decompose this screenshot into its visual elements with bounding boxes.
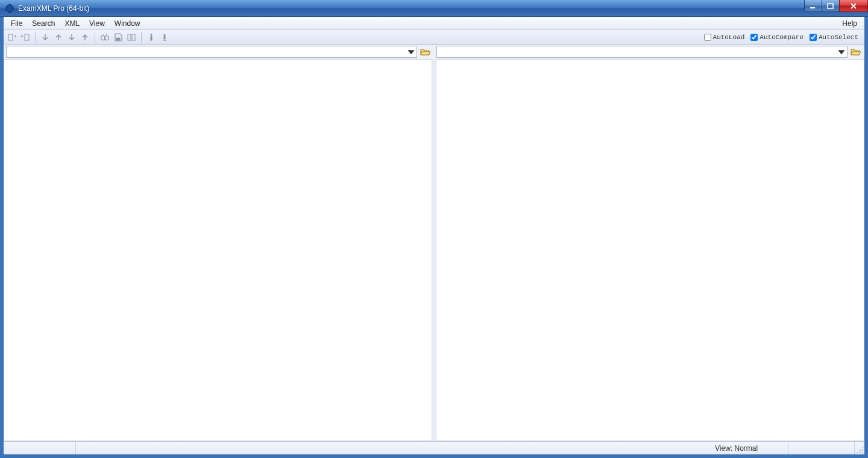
chevron-down-icon[interactable] [407,47,415,57]
autocompare-input[interactable] [750,34,758,41]
svg-rect-2 [828,4,833,8]
prev-diff-icon[interactable] [52,31,64,43]
svg-rect-11 [151,36,152,40]
toolbar: AutoLoad AutoCompare AutoSelect [4,30,864,45]
autoselect-checkbox[interactable]: AutoSelect [810,34,858,41]
left-file-combo[interactable] [6,46,417,58]
maximize-button[interactable] [822,0,840,12]
menu-file[interactable]: File [6,18,27,29]
menu-window[interactable]: Window [110,18,145,29]
left-file-input[interactable] [9,48,407,56]
info-icon[interactable] [145,31,157,43]
title-bar[interactable]: ExamXML Pro (64-bit) [0,0,868,17]
file-bar-row [4,45,864,59]
svg-rect-13 [164,36,165,39]
minimize-button[interactable] [804,0,822,12]
right-file-combo[interactable] [436,46,848,58]
right-pane[interactable] [436,59,864,441]
prev-diff2-icon[interactable] [79,31,91,43]
app-icon [5,4,14,13]
svg-marker-14 [407,50,414,54]
autoload-input[interactable] [704,34,711,41]
save-icon[interactable] [112,31,124,43]
left-open-button[interactable] [420,46,432,58]
toolbar-sep2 [95,32,95,43]
menu-search[interactable]: Search [27,18,60,29]
autoselect-label: AutoSelect [819,34,858,41]
chevron-down-icon[interactable] [837,47,846,57]
next-diff2-icon[interactable] [66,31,78,43]
status-cell-1 [4,442,76,454]
svg-marker-0 [6,4,13,13]
svg-rect-3 [8,34,13,40]
autoload-checkbox[interactable]: AutoLoad [704,34,745,41]
left-pane[interactable] [4,59,432,441]
window-buttons [805,0,868,12]
svg-point-20 [860,450,861,451]
window-title: ExamXML Pro (64-bit) [18,4,89,13]
status-view-label: View: Normal [715,444,758,453]
svg-rect-9 [132,34,135,40]
copy-right-icon[interactable] [19,31,31,43]
svg-point-12 [164,34,165,35]
menu-xml[interactable]: XML [60,18,84,29]
menu-bar: File Search XML View Window Help [4,17,864,30]
svg-rect-8 [128,34,131,40]
autocompare-label: AutoCompare [760,34,804,41]
autocompare-checkbox[interactable]: AutoCompare [750,34,804,41]
auto-options: AutoLoad AutoCompare AutoSelect [704,34,862,41]
toolbar-sep3 [141,32,142,43]
panes [4,59,864,441]
menu-view[interactable]: View [84,18,110,29]
toolbar-sep1 [35,32,36,43]
svg-point-19 [862,447,863,448]
svg-rect-7 [116,38,120,40]
copy-left-icon[interactable] [6,31,18,43]
left-file-bar [6,46,432,58]
svg-point-18 [860,452,861,453]
svg-point-21 [857,452,858,453]
autoselect-input[interactable] [810,34,817,41]
svg-rect-1 [810,7,815,8]
app-window: ExamXML Pro (64-bit) File Search XML Vie… [0,0,868,458]
menu-help[interactable]: Help [837,18,862,29]
resize-grip-icon[interactable] [855,442,864,454]
svg-marker-15 [838,50,844,54]
svg-point-10 [151,34,152,35]
svg-point-17 [862,450,863,451]
status-bar: View: Normal [4,441,864,454]
status-view-mode: View: Normal [710,442,788,454]
right-file-bar [436,46,862,58]
svg-point-16 [862,452,863,453]
options-icon[interactable] [159,31,171,43]
compare-icon[interactable] [125,31,137,43]
autoload-label: AutoLoad [713,34,745,41]
close-button[interactable] [839,0,868,12]
next-diff-icon[interactable] [39,31,51,43]
right-file-input[interactable] [439,48,837,56]
client-area: File Search XML View Window Help [0,17,868,458]
right-open-button[interactable] [850,46,862,58]
svg-rect-4 [25,34,29,40]
status-spacer [76,442,710,454]
status-cell-2 [788,442,855,454]
binoculars-icon[interactable] [99,31,111,43]
